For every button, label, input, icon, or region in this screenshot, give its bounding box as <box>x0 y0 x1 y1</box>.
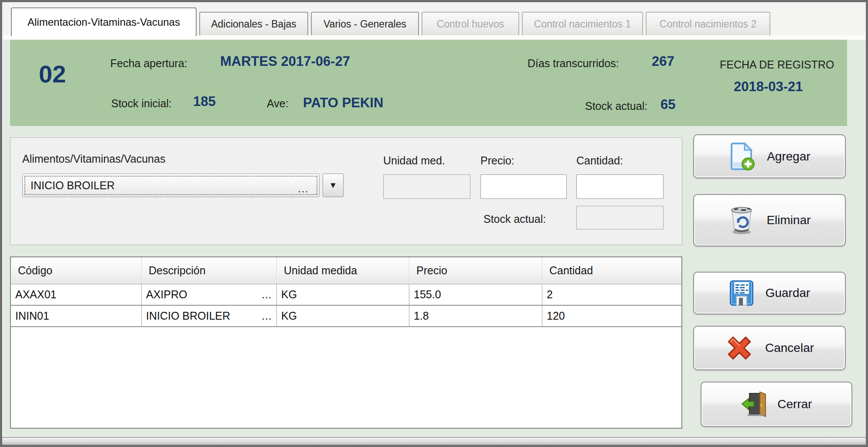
cell-descripcion[interactable]: INICIO BROILER … <box>142 306 277 326</box>
fecha-apertura-value: MARTES 2017-06-27 <box>220 54 350 69</box>
alimentos-combo[interactable]: INICIO BROILER … <box>22 174 320 197</box>
cerrar-label: Cerrar <box>777 397 812 411</box>
dias-transcurridos-value: 267 <box>652 54 674 69</box>
cell-precio[interactable]: 1.8 <box>409 306 542 326</box>
tab-adicionales-bajas[interactable]: Adicionales - Bajas <box>199 12 308 35</box>
cancelar-button[interactable]: Cancelar <box>693 326 846 370</box>
fecha-registro-value: 2018-03-21 <box>734 79 803 95</box>
stock-actual-banner-value: 65 <box>660 97 675 113</box>
alimentos-combo-label: Alimentos/Vitaminas/Vacunas <box>22 153 165 165</box>
entry-form-group: Alimentos/Vitaminas/Vacunas INICIO BROIL… <box>10 137 682 245</box>
precio-field[interactable] <box>480 174 567 199</box>
ave-label: Ave: <box>267 97 289 110</box>
window-bottom-edge <box>2 438 866 445</box>
eliminar-label: Eliminar <box>766 213 810 227</box>
tab-label: Control nacimientos 2 <box>660 18 756 30</box>
cell-unidad[interactable]: KG <box>277 306 409 326</box>
column-header-descripcion[interactable]: Descripción <box>142 257 277 284</box>
fecha-apertura-label: Fecha apertura: <box>110 57 187 70</box>
table-header-row: Código Descripción Unidad medida Precio … <box>11 257 681 284</box>
cell-precio[interactable]: 155.0 <box>409 284 542 305</box>
ave-value: PATO PEKIN <box>303 95 383 111</box>
agregar-label: Agregar <box>767 150 810 164</box>
alimentos-combo-value: INICIO BROILER <box>31 179 115 192</box>
table-row[interactable]: ININ01 INICIO BROILER … KG 1.8 120 <box>11 306 681 327</box>
tab-label: Control huevos <box>437 18 504 30</box>
ellipsis-button[interactable]: … <box>261 310 272 322</box>
stock-inicial-label: Stock inicial: <box>111 97 172 110</box>
fecha-registro-label: FECHA DE REGISTRO <box>720 58 834 71</box>
cell-codigo[interactable]: ININ01 <box>11 306 142 326</box>
tab-alimentacion-vitaminas-vacunas[interactable]: Alimentacion-Vitaminas-Vacunas <box>11 7 197 36</box>
tab-label: Control nacimientos 1 <box>534 18 631 30</box>
guardar-label: Guardar <box>766 286 810 300</box>
eliminar-button[interactable]: Eliminar <box>693 194 846 246</box>
agregar-button[interactable]: Agregar <box>693 134 846 178</box>
exit-door-icon <box>741 391 766 418</box>
lot-summary-banner: 02 Fecha apertura: MARTES 2017-06-27 Día… <box>10 40 847 126</box>
cell-descripcion[interactable]: AXIPRO … <box>142 284 277 305</box>
column-header-codigo[interactable]: Código <box>11 257 142 284</box>
tab-label: Varios - Generales <box>323 18 406 30</box>
tab-control-nacimientos-2: Control nacimientos 2 <box>646 12 770 35</box>
lot-number: 02 <box>39 60 66 88</box>
tab-varios-generales[interactable]: Varios - Generales <box>311 12 419 35</box>
column-header-unidad-medida[interactable]: Unidad medida <box>277 257 409 284</box>
cantidad-label: Cantidad: <box>576 154 623 167</box>
cantidad-field[interactable] <box>576 174 664 199</box>
tab-label: Adicionales - Bajas <box>211 18 296 30</box>
ellipsis-button[interactable]: … <box>261 288 272 301</box>
column-header-cantidad[interactable]: Cantidad <box>542 257 681 284</box>
unidad-med-label: Unidad med. <box>383 154 445 167</box>
red-x-icon <box>725 334 754 362</box>
cell-unidad[interactable]: KG <box>277 284 409 305</box>
precio-label: Precio: <box>480 154 514 167</box>
recycle-bin-icon <box>728 205 755 235</box>
chevron-down-icon: ▼ <box>329 181 337 190</box>
cerrar-button[interactable]: Cerrar <box>701 382 852 427</box>
alimentos-combo-dropdown-button[interactable]: ▼ <box>323 174 344 197</box>
floppy-disk-icon <box>729 280 754 307</box>
stock-actual-banner-label: Stock actual: <box>585 100 647 113</box>
page-add-icon <box>728 142 756 171</box>
table-row[interactable]: AXAX01 AXIPRO … KG 155.0 2 <box>11 284 681 306</box>
cell-cantidad[interactable]: 120 <box>542 306 681 326</box>
stock-inicial-value: 185 <box>193 94 216 109</box>
cell-codigo[interactable]: AXAX01 <box>11 284 142 305</box>
items-table: Código Descripción Unidad medida Precio … <box>10 256 682 429</box>
column-header-precio[interactable]: Precio <box>409 257 542 284</box>
tab-label: Alimentacion-Vitaminas-Vacunas <box>27 16 180 28</box>
unidad-med-field <box>383 174 470 199</box>
stock-actual-form-field <box>576 206 664 229</box>
tab-control-huevos: Control huevos <box>422 12 519 35</box>
dias-transcurridos-label: Días transcurridos: <box>528 57 619 70</box>
alimentos-combo-ellipsis: … <box>297 182 310 195</box>
cancelar-label: Cancelar <box>765 341 814 355</box>
guardar-button[interactable]: Guardar <box>693 272 846 314</box>
app-window: Alimentacion-Vitaminas-Vacunas Adicional… <box>0 0 868 447</box>
stock-actual-form-label: Stock actual: <box>483 213 546 225</box>
cell-cantidad[interactable]: 2 <box>542 284 681 305</box>
tab-control-nacimientos-1: Control nacimientos 1 <box>522 12 643 35</box>
